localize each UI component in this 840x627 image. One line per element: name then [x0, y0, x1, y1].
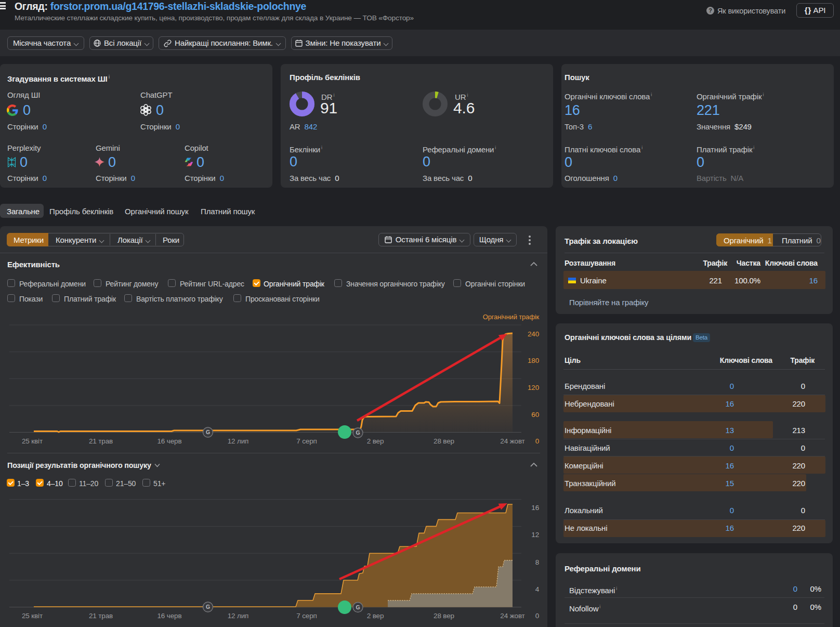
svg-text:4: 4 [535, 585, 540, 593]
svg-text:0: 0 [535, 612, 539, 620]
svg-text:60: 60 [531, 411, 539, 419]
svg-text:16 черв: 16 черв [158, 437, 182, 445]
svg-text:120: 120 [528, 384, 539, 391]
svg-text:G: G [356, 429, 360, 436]
svg-text:16: 16 [531, 504, 539, 512]
svg-text:2 вер: 2 вер [367, 612, 384, 620]
svg-text:12 лип: 12 лип [228, 612, 249, 620]
svg-text:16 черв: 16 черв [158, 612, 182, 620]
svg-text:12: 12 [531, 531, 539, 539]
svg-text:240: 240 [528, 330, 539, 338]
svg-text:25 квіт: 25 квіт [22, 437, 43, 445]
svg-text:G: G [356, 604, 360, 610]
svg-text:G: G [206, 604, 210, 610]
svg-text:24 жовт: 24 жовт [500, 612, 524, 620]
svg-text:G: G [206, 429, 210, 435]
svg-text:21 трав: 21 трав [89, 437, 113, 445]
svg-text:7 серп: 7 серп [296, 437, 317, 445]
svg-text:25 квіт: 25 квіт [22, 612, 43, 620]
svg-text:7 серп: 7 серп [296, 612, 317, 620]
svg-text:12 лип: 12 лип [228, 437, 249, 445]
svg-text:8: 8 [535, 558, 539, 566]
svg-text:21 трав: 21 трав [89, 612, 113, 620]
svg-text:28 вер: 28 вер [434, 437, 454, 445]
svg-text:28 вер: 28 вер [434, 612, 454, 620]
svg-text:2 вер: 2 вер [367, 437, 384, 445]
svg-text:0: 0 [535, 437, 539, 445]
svg-text:24 жовт: 24 жовт [500, 437, 524, 445]
svg-text:180: 180 [528, 357, 539, 364]
